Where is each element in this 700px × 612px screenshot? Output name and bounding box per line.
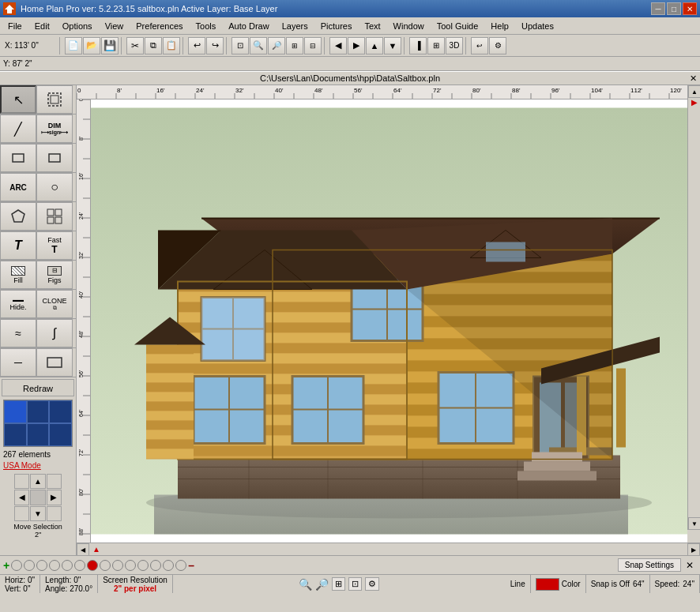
tool-rect-fill[interactable]	[36, 144, 73, 172]
layer-dot-9[interactable]	[125, 560, 136, 571]
tb-save[interactable]: 💾	[101, 37, 119, 54]
tb-new[interactable]: 📄	[65, 37, 82, 54]
maximize-button[interactable]: □	[667, 2, 681, 15]
tb-zoom-fit[interactable]: ⊞	[286, 37, 303, 54]
tb-config[interactable]: ⚙	[489, 37, 506, 54]
right-scrollbar[interactable]: ▲ ▶ ▼	[687, 85, 700, 530]
tb-undo2[interactable]: ↩	[471, 37, 488, 54]
layer-dot-13[interactable]	[175, 560, 186, 571]
tool-arc[interactable]: ARC	[0, 173, 36, 201]
tb-cut[interactable]: ✂	[126, 37, 144, 54]
tb-zoom-out[interactable]: 🔎	[268, 37, 285, 54]
move-arrow-down[interactable]: ▼	[30, 506, 45, 521]
move-arrow-center[interactable]	[30, 490, 45, 505]
close-button[interactable]: ✕	[683, 2, 697, 15]
tb-undo[interactable]: ↩	[188, 37, 205, 54]
tool-wave[interactable]: ≈	[0, 319, 36, 347]
menu-options[interactable]: Options	[56, 17, 99, 34]
zoom-config-btn[interactable]: ⚙	[365, 577, 379, 591]
tb-zoom-in[interactable]: 🔍	[250, 37, 267, 54]
tool-rect-open[interactable]	[0, 144, 36, 172]
tool-figs[interactable]: ⊟ Figs	[36, 261, 73, 289]
tb-redo[interactable]: ↪	[206, 37, 224, 54]
tb-ruler[interactable]: ▐	[409, 37, 427, 54]
tb-paste[interactable]: 📋	[163, 37, 180, 54]
menu-file[interactable]: File	[2, 17, 28, 34]
tb-zoom-all[interactable]: ⊟	[304, 37, 322, 54]
tool-clone[interactable]: CLONE⧉	[36, 290, 73, 318]
menu-pictures[interactable]: Pictures	[314, 17, 359, 34]
layer-dot-3[interactable]	[36, 560, 47, 571]
menu-view[interactable]: View	[99, 17, 130, 34]
layer-dot-1[interactable]	[11, 560, 22, 571]
zoom-in-btn[interactable]: 🔍	[299, 578, 312, 591]
layer-cell-4[interactable]	[4, 423, 27, 446]
add-layer-button[interactable]: +	[3, 559, 9, 572]
layer-dot-5[interactable]	[62, 560, 73, 571]
zoom-100-btn[interactable]: ⊡	[348, 577, 362, 591]
tb-grid[interactable]: ⊞	[427, 37, 445, 54]
tool-line[interactable]: ╱	[0, 115, 36, 143]
tool-multi-select[interactable]	[36, 85, 73, 114]
tb-copy[interactable]: ⧉	[145, 37, 162, 54]
tool-polygon[interactable]	[0, 202, 36, 231]
move-arrow-right[interactable]: ▶	[47, 490, 62, 505]
menu-help[interactable]: Help	[484, 17, 515, 34]
redraw-button[interactable]: Redraw	[2, 379, 74, 396]
tool-hide[interactable]: ▬▬ Hide.	[0, 290, 36, 318]
menu-edit[interactable]: Edit	[28, 17, 56, 34]
zoom-out-btn[interactable]: 🔎	[315, 578, 329, 591]
tool-fast-text[interactable]: FastT	[36, 231, 73, 260]
layer-cell-2[interactable]	[27, 400, 50, 423]
path-close-button[interactable]: ✕	[690, 73, 697, 84]
layer-dot-6[interactable]	[74, 560, 85, 571]
layer-cell-3[interactable]	[49, 400, 72, 423]
layer-dot-active[interactable]	[87, 560, 98, 571]
menu-layers[interactable]: Layers	[276, 17, 314, 34]
tool-select[interactable]: ↖	[0, 85, 36, 114]
tool-dim[interactable]: DIM⟼sign⟼	[36, 115, 73, 143]
close-toolbar-icon[interactable]: ✕	[683, 560, 697, 571]
usa-mode-link[interactable]: USA Mode	[0, 460, 76, 471]
tool-dline[interactable]: ─	[0, 348, 36, 377]
layer-cell-1[interactable]	[4, 400, 27, 423]
layer-dot-2[interactable]	[24, 560, 35, 571]
tool-curve[interactable]: ∫	[36, 319, 73, 347]
menu-auto-draw[interactable]: Auto Draw	[222, 17, 275, 34]
scroll-up-button[interactable]: ▲	[688, 85, 700, 98]
color-swatch[interactable]	[536, 578, 559, 591]
layer-dot-7[interactable]	[100, 560, 111, 571]
tb-open[interactable]: 📂	[83, 37, 100, 54]
menu-window[interactable]: Window	[387, 17, 431, 34]
tool-fill[interactable]: Fill	[0, 261, 36, 289]
layer-cell-6[interactable]	[49, 423, 72, 446]
scroll-right-button[interactable]: ▶	[687, 543, 700, 556]
tb-3d[interactable]: 3D	[446, 37, 463, 54]
remove-layer-button[interactable]: –	[188, 559, 194, 572]
menu-text[interactable]: Text	[358, 17, 386, 34]
tb-move-right[interactable]: ▶	[348, 37, 365, 54]
tool-text[interactable]: T	[0, 231, 36, 260]
drawing-area[interactable]	[91, 99, 687, 543]
layer-dot-12[interactable]	[163, 560, 174, 571]
bottom-scrollbar[interactable]: ◀ ▲ ▶	[77, 543, 700, 555]
layer-dot-4[interactable]	[49, 560, 60, 571]
tb-move-down[interactable]: ▼	[384, 37, 401, 54]
tb-move-up[interactable]: ▲	[366, 37, 383, 54]
move-arrow-up[interactable]: ▲	[30, 474, 45, 489]
tool-drect[interactable]	[36, 348, 73, 377]
menu-tool-guide[interactable]: Tool Guide	[431, 17, 485, 34]
layer-dot-10[interactable]	[137, 560, 149, 571]
tool-symbol[interactable]	[36, 202, 73, 231]
menu-preferences[interactable]: Preferences	[130, 17, 189, 34]
status-color[interactable]: Color	[531, 575, 586, 593]
menu-tools[interactable]: Tools	[190, 17, 223, 34]
scroll-left-button[interactable]: ◀	[77, 543, 89, 556]
snap-settings-button[interactable]: Snap Settings	[618, 558, 681, 572]
tb-zoom-box[interactable]: ⊡	[231, 37, 249, 54]
minimize-button[interactable]: ─	[651, 2, 665, 15]
zoom-fit-btn[interactable]: ⊞	[332, 577, 345, 591]
layer-dot-8[interactable]	[112, 560, 123, 571]
menu-updates[interactable]: Updates	[515, 17, 560, 34]
scroll-down-button[interactable]: ▼	[688, 517, 700, 530]
